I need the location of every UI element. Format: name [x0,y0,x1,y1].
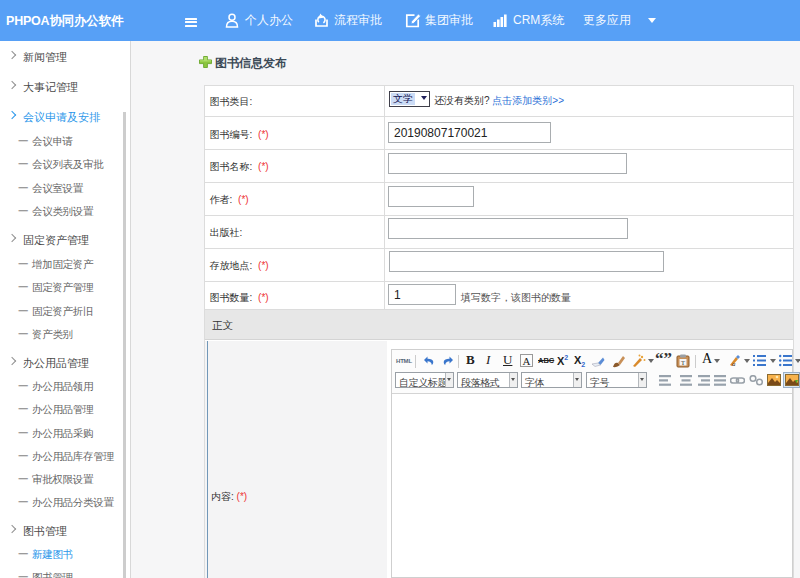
svg-text:a: a [732,360,736,367]
svg-text:T: T [681,359,685,366]
